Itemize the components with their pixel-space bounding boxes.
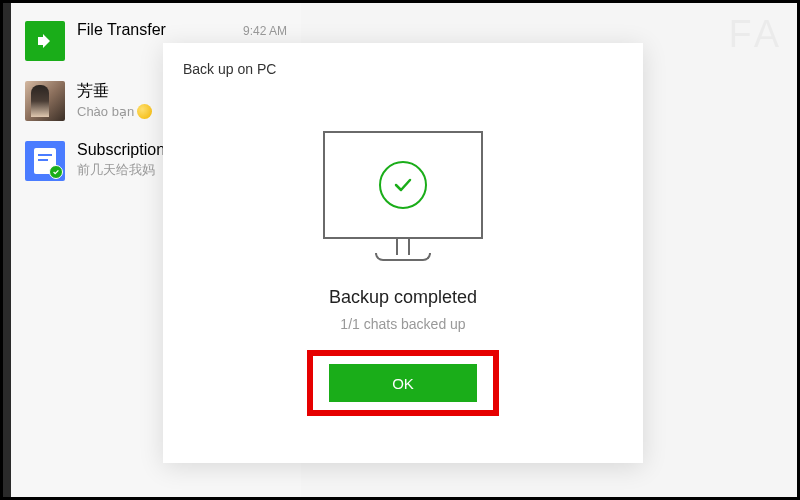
dialog-subtext: 1/1 chats backed up bbox=[340, 316, 465, 332]
left-rail bbox=[3, 3, 11, 497]
subscriptions-icon bbox=[25, 141, 65, 181]
annotation-highlight: OK bbox=[307, 350, 499, 416]
avatar bbox=[25, 81, 65, 121]
checkmark-icon bbox=[379, 161, 427, 209]
emoji-icon bbox=[137, 104, 152, 119]
chat-name: Subscriptions bbox=[77, 141, 173, 159]
chat-time: 9:42 AM bbox=[243, 24, 287, 38]
dialog-heading: Backup completed bbox=[329, 287, 477, 308]
monitor-icon bbox=[323, 131, 483, 239]
ok-button[interactable]: OK bbox=[329, 364, 477, 402]
chat-name: 芳垂 bbox=[77, 81, 109, 102]
chat-name: File Transfer bbox=[77, 21, 166, 39]
backup-dialog: Back up on PC Backup completed 1/1 chats… bbox=[163, 43, 643, 463]
file-transfer-icon bbox=[25, 21, 65, 61]
dialog-title: Back up on PC bbox=[163, 43, 643, 77]
